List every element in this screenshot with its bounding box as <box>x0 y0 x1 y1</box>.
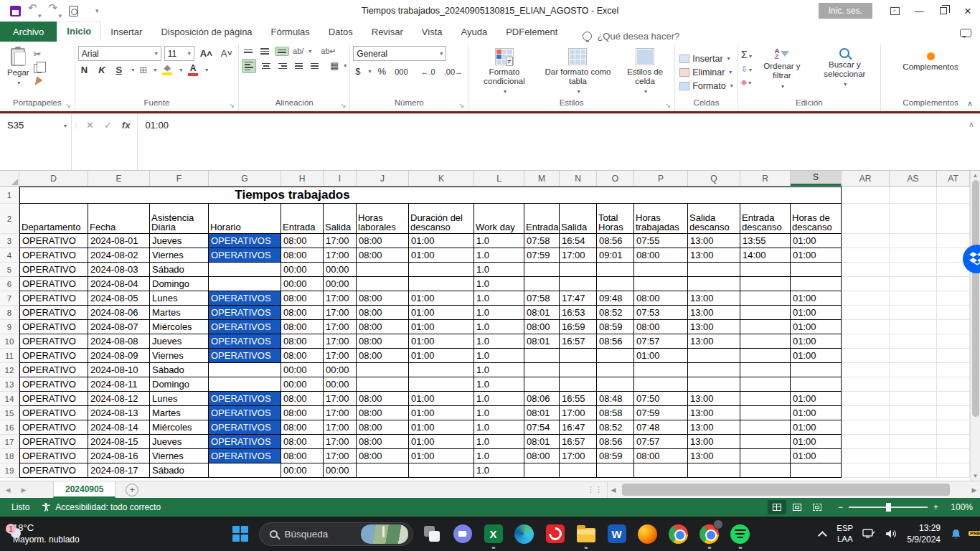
cell[interactable]: 07:48 <box>634 420 688 435</box>
cell[interactable]: 00:00 <box>281 263 324 277</box>
cell[interactable] <box>740 349 791 363</box>
cell[interactable]: 16:47 <box>560 420 597 435</box>
cell[interactable]: 00:00 <box>324 377 357 392</box>
cell[interactable] <box>842 277 890 291</box>
header-cell[interactable]: Salida descanso <box>688 204 740 234</box>
cell[interactable]: OPERATIVO <box>19 234 88 248</box>
cell[interactable] <box>357 263 409 277</box>
cell[interactable] <box>842 306 890 320</box>
cell[interactable]: 13:00 <box>688 435 740 449</box>
cell[interactable] <box>597 377 634 392</box>
cell[interactable] <box>597 263 634 277</box>
font-color-icon[interactable]: A <box>187 64 199 76</box>
zoom-slider[interactable] <box>849 507 928 508</box>
cell[interactable]: 2024-08-12 <box>88 392 150 406</box>
cell[interactable]: Sábado <box>150 263 209 277</box>
column-header-J[interactable]: J <box>357 171 409 186</box>
cell[interactable] <box>409 263 474 277</box>
cell[interactable]: 13:00 <box>688 449 740 463</box>
cell[interactable] <box>357 277 409 291</box>
cell[interactable]: 16:54 <box>560 234 597 248</box>
cell[interactable]: Jueves <box>150 334 209 349</box>
cell[interactable]: 17:00 <box>560 449 597 463</box>
cell[interactable]: 17:00 <box>324 248 357 263</box>
zoom-out-icon[interactable]: − <box>838 502 843 512</box>
cell[interactable] <box>937 377 970 392</box>
cell[interactable]: 2024-08-11 <box>88 377 150 392</box>
cell[interactable]: 17:00 <box>324 320 357 334</box>
align-top-icon[interactable] <box>242 47 255 55</box>
zoom-level[interactable]: 100% <box>944 502 973 512</box>
cell[interactable]: 01:00 <box>791 435 842 449</box>
wrap-text-icon[interactable]: ab↵ <box>321 47 336 56</box>
paste-button[interactable]: Pegar▾ <box>3 46 34 88</box>
cell[interactable]: 08:00 <box>357 406 409 420</box>
row-header-5[interactable]: 5 <box>0 263 19 277</box>
cell[interactable] <box>740 306 791 320</box>
cell[interactable]: 13:00 <box>688 248 740 263</box>
cell[interactable]: 08:48 <box>597 392 634 406</box>
cell[interactable]: Jueves <box>150 435 209 449</box>
cell[interactable]: 08:00 <box>281 392 324 406</box>
cell[interactable]: OPERATIVO <box>19 377 88 392</box>
name-box-splitter[interactable]: ⋮ <box>72 114 80 170</box>
cell[interactable]: 2024-08-02 <box>88 248 150 263</box>
edge-taskbar-icon[interactable] <box>512 522 537 546</box>
cell[interactable]: 00:00 <box>324 463 357 478</box>
find-select-button[interactable]: Buscar y seleccionar▾ <box>812 46 877 90</box>
cell[interactable]: 00:00 <box>281 377 324 392</box>
cell[interactable]: 08:00 <box>357 420 409 435</box>
cell[interactable]: 08:01 <box>524 406 560 420</box>
cell[interactable]: 01:00 <box>409 234 474 248</box>
cell[interactable]: 13:00 <box>688 420 740 435</box>
cell[interactable]: 08:00 <box>357 306 409 320</box>
cell[interactable] <box>524 263 560 277</box>
cell[interactable] <box>740 363 791 377</box>
cell[interactable] <box>791 277 842 291</box>
cell[interactable] <box>560 277 597 291</box>
addins-button[interactable]: Complementos <box>898 46 962 74</box>
cell[interactable]: Domingo <box>150 377 209 392</box>
cell[interactable] <box>842 204 890 234</box>
cell[interactable]: 08:00 <box>281 306 324 320</box>
cell[interactable]: 1.0 <box>474 463 524 478</box>
cell[interactable] <box>842 291 890 306</box>
row-header-4[interactable]: 4 <box>0 248 19 263</box>
column-header-N[interactable]: N <box>560 171 597 186</box>
tray-chevron-icon[interactable] <box>818 531 827 540</box>
cell[interactable]: 1.0 <box>474 291 524 306</box>
cell[interactable]: 01:00 <box>409 320 474 334</box>
cell[interactable]: 07:54 <box>524 420 560 435</box>
customize-qat-icon[interactable]: ▾ <box>85 7 99 14</box>
cell[interactable] <box>791 263 842 277</box>
cell[interactable]: OPERATIVO <box>19 263 88 277</box>
vertical-scrollbar[interactable]: ▲ ▼ <box>970 171 980 481</box>
cell[interactable]: 08:00 <box>634 320 688 334</box>
cell[interactable]: 08:56 <box>597 435 634 449</box>
column-header-AT[interactable]: AT <box>937 171 970 186</box>
cell[interactable]: 00:00 <box>281 277 324 291</box>
cell[interactable]: 13:00 <box>688 320 740 334</box>
cell[interactable]: 2024-08-09 <box>88 349 150 363</box>
copy-icon[interactable] <box>34 64 42 73</box>
cell[interactable]: 2024-08-10 <box>88 363 150 377</box>
column-header-L[interactable]: L <box>474 171 524 186</box>
cell[interactable]: OPERATIVOS <box>209 349 281 363</box>
tab-scroll-splitter[interactable]: ⋮⋮ <box>583 481 607 498</box>
cell[interactable]: 08:01 <box>524 435 560 449</box>
cell[interactable]: 13:00 <box>688 306 740 320</box>
cell[interactable] <box>937 320 970 334</box>
cell[interactable]: 1.0 <box>474 363 524 377</box>
currency-icon[interactable]: $ <box>353 65 362 77</box>
format-painter-icon[interactable] <box>32 76 42 88</box>
cell[interactable]: OPERATIVO <box>19 463 88 478</box>
cell[interactable]: 2024-08-01 <box>88 234 150 248</box>
column-header-H[interactable]: H <box>281 171 324 186</box>
header-cell[interactable]: Horas de descanso <box>791 204 842 234</box>
cell[interactable]: 16:57 <box>560 334 597 349</box>
column-header-Q[interactable]: Q <box>688 171 740 186</box>
cell[interactable]: 07:58 <box>524 291 560 306</box>
comments-icon[interactable] <box>960 29 971 37</box>
cell[interactable] <box>688 263 740 277</box>
sheet-tab-active[interactable]: 20240905 <box>53 481 116 498</box>
